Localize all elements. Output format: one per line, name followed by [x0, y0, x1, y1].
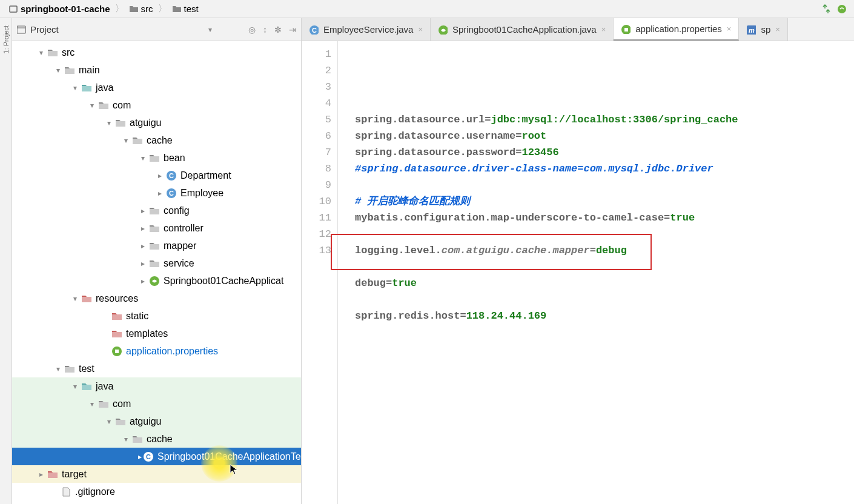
tree-item[interactable]: ▾com: [12, 395, 301, 413]
chevron-right-icon[interactable]: ▸: [138, 206, 148, 216]
svg-rect-10: [115, 350, 119, 353]
collapse-icon[interactable]: ↕: [263, 25, 267, 35]
chevron-down-icon[interactable]: ▾: [87, 399, 97, 409]
tree-item[interactable]: ▾cache: [12, 131, 301, 149]
chevron-down-icon[interactable]: ▾: [70, 382, 80, 391]
class-icon: C: [166, 188, 177, 199]
editor-tab[interactable]: Springboot01CacheApplication.java×: [431, 18, 614, 41]
tree-item[interactable]: ▾test: [12, 360, 301, 377]
chevron-right-icon[interactable]: ▸: [155, 171, 165, 181]
gear-icon[interactable]: ✼: [274, 25, 282, 35]
code-line[interactable]: spring.datasource.password=123456: [355, 144, 854, 161]
tree-item[interactable]: ▸CEmployee: [12, 184, 301, 202]
chevron-right-icon[interactable]: ▸: [138, 276, 148, 286]
tree-item[interactable]: ▸CDepartment: [12, 167, 301, 184]
folder-icon: [149, 205, 160, 216]
close-icon[interactable]: ×: [775, 25, 780, 34]
editor-content[interactable]: spring.datasource.url=jdbc:mysql://local…: [338, 41, 854, 504]
editor-tab[interactable]: msp×: [739, 18, 787, 41]
class-icon: C: [166, 170, 177, 181]
tree-item[interactable]: ▾java: [12, 377, 301, 395]
tree-item[interactable]: ▸target: [12, 465, 301, 483]
code-line[interactable]: debug=true: [355, 275, 854, 291]
hide-icon[interactable]: ⇥: [289, 25, 296, 35]
breadcrumb-item-project[interactable]: springboot-01-cache: [5, 2, 114, 15]
chevron-down-icon[interactable]: ▾: [104, 417, 114, 426]
dropdown-icon[interactable]: ▾: [208, 25, 212, 34]
chevron-down-icon[interactable]: ▾: [53, 364, 63, 374]
chevron-down-icon[interactable]: ▾: [121, 434, 131, 444]
tree-item[interactable]: ▸Springboot01CacheApplicat: [12, 272, 301, 290]
spring-icon[interactable]: [835, 2, 849, 16]
code-line[interactable]: [355, 259, 854, 275]
close-icon[interactable]: ×: [418, 25, 423, 34]
tree-item[interactable]: ▸service: [12, 254, 301, 272]
svg-rect-0: [10, 6, 17, 12]
tree-item[interactable]: static: [12, 307, 301, 325]
tree-item[interactable]: ▸CSpringboot01CacheApplicationTests: [12, 448, 301, 465]
project-icon: [17, 25, 27, 34]
tree-item[interactable]: ▾atguigu: [12, 413, 301, 430]
code-line[interactable]: mybatis.configuration.map-underscore-to-…: [355, 210, 854, 226]
tree-item[interactable]: ▸controller: [12, 219, 301, 237]
code-line[interactable]: [355, 177, 854, 193]
chevron-right-icon[interactable]: ▸: [138, 452, 142, 462]
tree-item[interactable]: ▾cache: [12, 430, 301, 448]
tree-item[interactable]: ▸mapper: [12, 237, 301, 254]
tree-item[interactable]: ▾bean: [12, 149, 301, 167]
code-line[interactable]: [355, 291, 854, 308]
update-icon[interactable]: [818, 2, 832, 16]
tree-item[interactable]: ▾atguigu: [12, 114, 301, 131]
chevron-down-icon[interactable]: ▾: [87, 101, 97, 110]
editor-tab[interactable]: application.properties×: [614, 18, 739, 41]
chevron-right-icon[interactable]: ▸: [138, 259, 148, 268]
tree-item-label: target: [62, 469, 87, 480]
code-line[interactable]: spring.redis.host=118.24.44.169: [355, 308, 854, 324]
spring-properties-icon: [621, 24, 631, 34]
code-line[interactable]: spring.datasource.username=root: [355, 128, 854, 144]
chevron-down-icon[interactable]: ▾: [36, 48, 46, 58]
chevron-right-icon[interactable]: ▸: [138, 241, 148, 251]
tree-item[interactable]: application.properties: [12, 342, 301, 360]
code-line[interactable]: # 开启驼峰命名匹配规则: [355, 193, 854, 210]
code-line[interactable]: spring.datasource.url=jdbc:mysql://local…: [355, 111, 854, 128]
breadcrumb-item-src[interactable]: src: [125, 2, 157, 15]
tree-item[interactable]: ▾java: [12, 79, 301, 96]
code-line[interactable]: #spring.datasource.driver-class-name=com…: [355, 161, 854, 177]
chevron-down-icon[interactable]: ▾: [53, 65, 63, 75]
chevron-down-icon[interactable]: ▾: [70, 83, 80, 93]
tree-item[interactable]: ▾resources: [12, 290, 301, 307]
tree-item-label: atguigu: [130, 118, 162, 128]
breadcrumb: springboot-01-cache 〉 src 〉 test: [0, 0, 854, 18]
tree-item-label: service: [164, 258, 194, 269]
tree-item[interactable]: ▾src: [12, 44, 301, 61]
folder-icon: [98, 399, 109, 409]
spring-icon: [438, 25, 448, 35]
tree-item[interactable]: ▸config: [12, 202, 301, 219]
breadcrumb-item-test[interactable]: test: [168, 2, 202, 15]
tree-item[interactable]: ▾com: [12, 96, 301, 114]
tree-item[interactable]: ▾main: [12, 61, 301, 79]
close-icon[interactable]: ×: [727, 24, 732, 33]
folder-icon: [81, 293, 92, 304]
spring-icon: [149, 276, 160, 287]
close-icon[interactable]: ×: [601, 25, 606, 34]
tree-item[interactable]: .gitignore: [12, 483, 301, 500]
tree-item[interactable]: templates: [12, 325, 301, 342]
editor-tab[interactable]: CEmployeeService.java×: [302, 18, 431, 41]
chevron-down-icon[interactable]: ▾: [104, 118, 114, 128]
chevron-right-icon[interactable]: ▸: [155, 188, 165, 198]
chevron-down-icon[interactable]: ▾: [121, 136, 131, 145]
tree-item-label: static: [126, 311, 148, 322]
side-tab-project[interactable]: 1: Project: [1, 21, 11, 58]
chevron-down-icon[interactable]: ▾: [70, 294, 80, 303]
chevron-right-icon[interactable]: ▸: [138, 224, 148, 233]
chevron-right-icon[interactable]: ▸: [36, 469, 46, 479]
svg-text:m: m: [749, 27, 755, 34]
folder-icon: [115, 416, 126, 427]
project-tree[interactable]: ▾src▾main▾java▾com▾atguigu▾cache▾bean▸CD…: [12, 41, 301, 504]
target-icon[interactable]: ◎: [248, 25, 256, 35]
chevron-down-icon[interactable]: ▾: [138, 153, 148, 163]
code-line[interactable]: [355, 226, 854, 242]
code-line[interactable]: logging.level.com.atguigu.cache.mapper=d…: [355, 242, 854, 259]
